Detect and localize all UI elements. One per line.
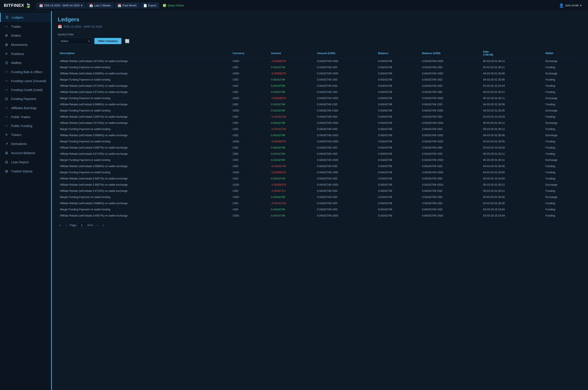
cell-desc: Affiliate Rebate (self;rebate:3.6886%) o…: [58, 71, 230, 77]
col-currency[interactable]: Currency: [230, 49, 269, 58]
cell-wallet: Funding: [543, 176, 582, 182]
cell-balance: 0.04242749: [376, 157, 420, 163]
last-page-btn[interactable]: »: [101, 223, 106, 228]
last-2-weeks-btn[interactable]: 📅 Last 2 Weeks: [87, 2, 114, 8]
sidebar-item-public-funding[interactable]: ↔ Public Funding: [0, 121, 51, 130]
cell-amount: 0.04242749: [269, 194, 315, 200]
sidebar-label-affiliates: Affiliates Earnings: [11, 106, 37, 110]
cell-amount-usd: 0.04242749 USDt: [315, 213, 376, 219]
orders-icon: ⚙: [4, 34, 8, 38]
cell-amount-usd: 0.04242749 USD: [315, 77, 376, 83]
table-row: Margin Funding Payment on wallet funding…: [58, 169, 582, 176]
sidebar-label-funding-loans: Funding Loans (Unused): [11, 79, 46, 83]
sidebar-item-ledgers[interactable]: ☰ Ledgers: [0, 13, 51, 22]
page-number-input[interactable]: [78, 223, 86, 228]
sidebar-item-public-trades[interactable]: ↔ Public Trades: [0, 112, 51, 121]
cell-balance: 0.04242749: [376, 108, 420, 114]
cell-balance: 0.04242749: [376, 58, 420, 64]
sidebar-item-positions[interactable]: ≡ Positions: [0, 49, 51, 58]
cell-balance-usd: 0.04242749 USD: [420, 151, 481, 157]
cell-amount: -0.04242749: [269, 200, 315, 206]
sidebar-item-traded-volume[interactable]: ⊞ Traded Volume: [0, 167, 51, 176]
query-online-label: Query Online: [168, 4, 184, 7]
cell-wallet: Funding: [543, 188, 582, 194]
funding-credit-icon: ↔: [4, 88, 8, 92]
calendar-icon-3: 📅: [118, 4, 121, 7]
refresh-btn[interactable]: 🔄: [124, 38, 130, 44]
col-wallet[interactable]: Wallet: [543, 49, 582, 58]
col-balance[interactable]: Balance: [376, 49, 420, 58]
sidebar-item-funding-credit[interactable]: ↔ Funding Credit (Used): [0, 85, 51, 94]
sidebar-item-tickers[interactable]: ≡ Tickers: [0, 130, 51, 139]
cell-amount-usd: 0.04242749 USD: [315, 114, 376, 120]
cell-balance-usd: 0.04242749 USDt: [420, 58, 481, 64]
prev-page-btn[interactable]: ‹: [64, 223, 68, 228]
cell-balance: 0.04242749: [376, 194, 420, 200]
sidebar-item-account-balance[interactable]: ⊞ Account Balance: [0, 148, 51, 157]
cell-balance: 0.04242749: [376, 83, 420, 89]
cell-balance-usd: 0.04242749 USD: [420, 83, 481, 89]
cell-balance: 0.04242749: [376, 89, 420, 95]
cell-currency: USD: [230, 200, 269, 206]
cell-amount-usd: 0.04242749 USD: [315, 206, 376, 213]
col-amount[interactable]: Amount: [269, 49, 315, 58]
cell-currency: USD: [230, 64, 269, 71]
sidebar-item-funding-bids[interactable]: ↔ Funding Bids & Offers: [0, 67, 51, 76]
cell-balance: 0.04242749: [376, 163, 420, 169]
sidebar-label-movements: Movements: [11, 43, 28, 47]
online-check-icon: ✅: [163, 4, 166, 7]
symbol-filter-select[interactable]: Select: [58, 38, 92, 44]
cell-wallet: Funding: [543, 77, 582, 83]
cell-date: 05-03-20 01:30:11: [481, 95, 543, 101]
table-row: Affiliate Rebate (self;rebate:3.6886%) o…: [58, 101, 582, 108]
cell-wallet: Funding: [543, 206, 582, 213]
cell-date: 05-03-20 01:30:11: [481, 126, 543, 132]
next-page-btn[interactable]: ›: [95, 223, 99, 228]
sidebar-item-trades[interactable]: ↔ Trades: [0, 22, 51, 31]
user-menu[interactable]: 👤 John.Smith ▾: [556, 2, 584, 9]
table-header-row: Description Currency Amount Amount (USD)…: [58, 49, 582, 58]
export-icon: 📄: [143, 4, 147, 7]
cell-currency: USD: [230, 206, 269, 213]
sidebar-item-wallets[interactable]: ⊡ Wallets: [0, 58, 51, 67]
sidebar-item-loan-report[interactable]: ⊟ Loan Report: [0, 157, 51, 167]
past-month-label: Past Month: [123, 4, 136, 7]
col-amount-usd[interactable]: Amount (USD): [315, 49, 376, 58]
sidebar-label-traded-volume: Traded Volume: [11, 169, 33, 173]
cell-desc: Margin Funding Payment on wallet funding: [58, 206, 230, 213]
sidebar-label-orders: Orders: [11, 34, 21, 37]
cell-amount: -0.00009378: [269, 58, 315, 64]
cell-amount-usd: 0.04242749 USDt: [315, 182, 376, 188]
sidebar-item-affiliates[interactable]: ↔ Affiliates Earnings: [0, 103, 51, 112]
filter-columns-btn[interactable]: Filter Columns: [94, 38, 121, 44]
col-date[interactable]: Date(+00:00): [481, 49, 543, 58]
cell-wallet: Funding: [543, 114, 582, 120]
col-balance-usd[interactable]: Balance (USD): [420, 49, 481, 58]
sidebar-item-funding-payment[interactable]: ⊡ Funding Payment: [0, 94, 51, 103]
query-online-status[interactable]: ✅ Query Online: [160, 3, 186, 8]
sidebar-item-orders[interactable]: ⚙ Orders: [0, 31, 51, 40]
table-row: Affiliate Rebate (self;rebate:3.6719%) o…: [58, 188, 582, 194]
table-row: Margin Funding Payment on wallet funding…: [58, 206, 582, 213]
cell-wallet: Funding: [543, 64, 582, 71]
cell-amount: 0.04242749: [269, 145, 315, 151]
past-month-btn[interactable]: 📅 Past Month: [115, 2, 139, 8]
date-range-picker[interactable]: 📅 FEB 19 2020 - MAR 04 2020 ▾: [37, 2, 85, 8]
cell-balance: 0.04242749: [376, 182, 420, 188]
cell-balance-usd: 0.04242749 USD: [420, 64, 481, 71]
cell-balance-usd: 0.04242749 USD: [420, 194, 481, 200]
funding-bids-icon: ↔: [4, 70, 8, 74]
cell-desc: Margin Funding Payment on wallet funding: [58, 169, 230, 176]
cell-wallet: Funding: [543, 151, 582, 157]
sidebar-item-movements[interactable]: ⊞ Movements: [0, 40, 51, 49]
sidebar-item-funding-loans[interactable]: ↔ Funding Loans (Unused): [0, 76, 51, 85]
sidebar-item-derivatives[interactable]: ↗ Derivatives: [0, 139, 51, 148]
export-btn[interactable]: 📄 Export: [141, 2, 159, 8]
cell-wallet: Exchange: [543, 157, 582, 163]
cell-desc: Affiliate Rebate (self;rebate:3.6719%) o…: [58, 151, 230, 157]
cell-currency: USDt: [230, 108, 269, 114]
cell-date: 05-03-20 01:30:11: [481, 151, 543, 157]
cell-balance-usd: 0.04242749 USD: [420, 126, 481, 132]
col-description[interactable]: Description: [58, 49, 230, 58]
first-page-btn[interactable]: «: [58, 223, 62, 228]
